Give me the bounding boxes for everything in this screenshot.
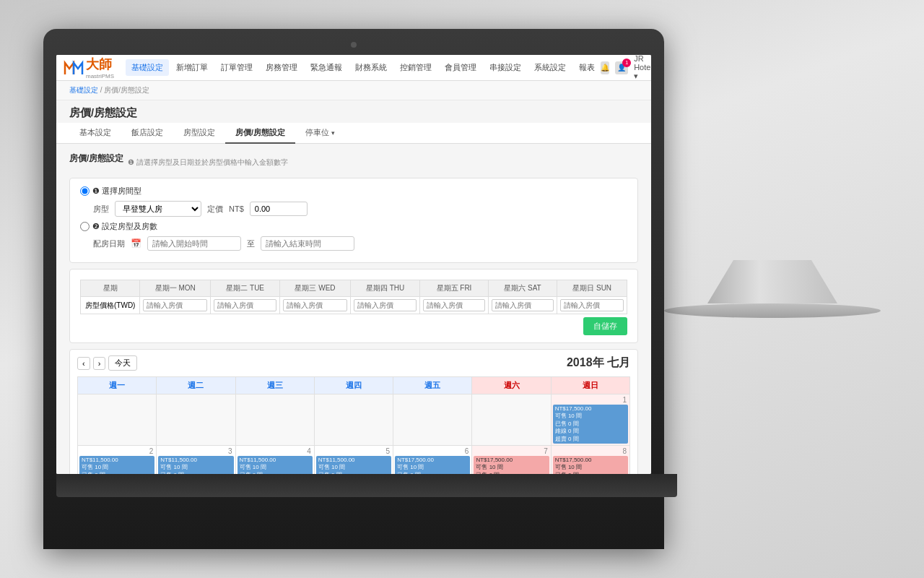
cal-cell-7[interactable]: 7 NT$17,500.00 可售 10 間 已售 0 間 維線 0 間 超賣 … xyxy=(472,445,551,474)
sub-tab-0[interactable]: 基本設定 xyxy=(69,123,121,144)
cal-entry-3: NT$11,500.00 可售 10 間 已售 0 間 維線 0 間 超賣 0 … xyxy=(158,456,233,474)
price-sun-cell xyxy=(557,297,627,314)
nav-right: 🔔 👤 1 JR Hotel ▾ camille ▾ xyxy=(601,55,651,81)
cal-cell-3[interactable]: 3 NT$11,500.00 可售 10 間 已售 0 間 維線 0 間 超賣 … xyxy=(157,445,235,474)
cal-cell-empty-3[interactable] xyxy=(314,394,393,446)
cal-cell-day1[interactable]: 1 NT$17,500.00 可售 10 間 已售 0 間 維線 0 間 超賣 … xyxy=(551,394,629,446)
weekday-6: 週日 xyxy=(551,377,629,394)
price-fri-cell xyxy=(420,297,488,314)
cal-cell-6[interactable]: 6 NT$17,500.00 可售 10 間 已售 0 間 維線 0 間 超賣 … xyxy=(393,445,472,474)
bell-icon[interactable]: 🔔 xyxy=(601,61,609,74)
nav-item-9[interactable]: 系統設定 xyxy=(528,59,572,76)
cal-cell-5[interactable]: 5 NT$11,500.00 可售 10 間 已售 0 間 維線 0 間 超賣 … xyxy=(314,445,393,474)
price-mon-cell xyxy=(140,297,211,314)
screen-content: 大師 mastriPMS 基礎設定 新增訂單 訂單管理 房務管理 緊急通報 財務… xyxy=(56,55,651,474)
cal-entry-4: NT$11,500.00 可售 10 間 已售 0 間 維線 0 間 超賣 0 … xyxy=(237,456,313,474)
nav-items: 基礎設定 新增訂單 訂單管理 房務管理 緊急通報 財務系統 控銷管理 會員管理 … xyxy=(126,59,601,76)
save-button[interactable]: 自儲存 xyxy=(583,317,627,335)
sub-tab-4[interactable]: 停車位 xyxy=(295,123,345,144)
weekday-5: 週六 xyxy=(472,377,551,394)
weekday-2: 週三 xyxy=(235,377,314,394)
cal-row-0: 1 NT$17,500.00 可售 10 間 已售 0 間 維線 0 間 超賣 … xyxy=(78,394,630,446)
radio1-label[interactable]: ❶ 選擇房間型 xyxy=(80,186,141,197)
cal-cell-empty-0[interactable] xyxy=(78,394,157,446)
breadcrumb-parent[interactable]: 基礎設定 xyxy=(69,86,98,94)
nav-item-3[interactable]: 房務管理 xyxy=(260,59,303,76)
monitor-screen: 大師 mastriPMS 基礎設定 新增訂單 訂單管理 房務管理 緊急通報 財務… xyxy=(56,55,651,474)
cal-cell-empty-4[interactable] xyxy=(393,394,472,446)
cal-nav: ‹ › 今天 xyxy=(77,355,137,371)
date-label: 配房日期 xyxy=(93,238,125,249)
price-thu-input[interactable] xyxy=(354,299,417,311)
price-sun-input[interactable] xyxy=(560,299,624,311)
cal-cell-8[interactable]: 8 NT$17,500.00 可售 10 間 已售 0 間 維線 0 間 超賣 … xyxy=(551,445,629,474)
cal-prev-button[interactable]: ‹ xyxy=(77,357,90,370)
nav-item-4[interactable]: 緊急通報 xyxy=(305,59,348,76)
cal-date-1: 1 xyxy=(553,396,628,404)
radio1-row: ❶ 選擇房間型 xyxy=(80,186,627,197)
hotel-selector[interactable]: JR Hotel ▾ xyxy=(634,55,651,81)
col-sat: 星期六 SAT xyxy=(488,280,557,297)
section-heading: 房價/房態設定 ❶ 請選擇房型及日期並於房型價格中輸入金額數字 xyxy=(69,152,638,172)
clearfix: 自儲存 xyxy=(80,314,627,335)
nav-item-7[interactable]: 會員管理 xyxy=(439,59,482,76)
cal-entry-2: NT$11,500.00 可售 10 間 已售 0 間 維線 0 間 超賣 0 … xyxy=(79,456,154,474)
date-start-input[interactable] xyxy=(147,236,241,251)
nav-item-10[interactable]: 報表 xyxy=(573,59,601,76)
date-end-input[interactable] xyxy=(261,236,354,251)
col-mon: 星期一 MON xyxy=(140,280,211,297)
cal-cell-2[interactable]: 2 NT$11,500.00 可售 10 間 已售 0 間 維線 0 間 超賣 … xyxy=(78,445,157,474)
nav-item-5[interactable]: 財務系統 xyxy=(349,59,393,76)
breadcrumb: 基礎設定 / 房價/房態設定 xyxy=(56,81,651,100)
radio2-label[interactable]: ❷ 設定房型及房數 xyxy=(80,221,157,232)
date-to-label: 至 xyxy=(247,238,255,249)
cal-today-button[interactable]: 今天 xyxy=(108,355,137,371)
nav-item-2[interactable]: 訂單管理 xyxy=(215,59,258,76)
cal-next-button[interactable]: › xyxy=(93,357,106,370)
room-type-row: 房型 早登雙人房 定價 NT$ xyxy=(93,201,627,217)
price-wed-input[interactable] xyxy=(283,299,347,311)
fixed-price-input[interactable] xyxy=(250,202,308,216)
page-title: 房價/房態設定 xyxy=(56,100,651,123)
sub-tab-3[interactable]: 房價/房態設定 xyxy=(225,123,295,144)
cal-cell-empty-5[interactable] xyxy=(472,394,551,446)
cal-cell-empty-2[interactable] xyxy=(235,394,314,446)
col-day: 星期 xyxy=(81,280,140,297)
room-type-select[interactable]: 早登雙人房 xyxy=(115,201,201,217)
notification-wrapper: 👤 1 xyxy=(615,61,628,74)
cal-month-title: 2018年 七月 xyxy=(567,355,630,371)
cal-entry-6: NT$17,500.00 可售 10 間 已售 0 間 維線 0 間 超賣 0 … xyxy=(395,456,470,474)
price-tue-input[interactable] xyxy=(214,299,276,311)
nav-item-0[interactable]: 基礎設定 xyxy=(126,59,169,76)
price-sat-cell xyxy=(488,297,557,314)
monitor-stand xyxy=(664,260,881,318)
cal-header: ‹ › 今天 2018年 七月 xyxy=(77,355,630,371)
weekday-1: 週二 xyxy=(157,377,235,394)
price-sat-input[interactable] xyxy=(492,299,554,311)
logo-text: 大師 xyxy=(86,56,114,73)
cal-entry-5: NT$11,500.00 可售 10 間 已售 0 間 維線 0 間 超賣 0 … xyxy=(316,456,391,474)
logo-sub: mastriPMS xyxy=(86,73,114,79)
sub-tab-1[interactable]: 飯店設定 xyxy=(121,123,173,144)
room-type-label: 房型 xyxy=(93,204,109,215)
nav-item-8[interactable]: 串接設定 xyxy=(484,59,527,76)
weekday-0: 週一 xyxy=(78,377,157,394)
top-nav: 大師 mastriPMS 基礎設定 新增訂單 訂單管理 房務管理 緊急通報 財務… xyxy=(56,55,651,81)
cal-cell-empty-1[interactable] xyxy=(157,394,235,446)
radio2-input[interactable] xyxy=(80,222,90,231)
price-mon-input[interactable] xyxy=(143,299,207,311)
price-fri-input[interactable] xyxy=(423,299,484,311)
calendar-section: ‹ › 今天 2018年 七月 週一 週二 週三 週四 xyxy=(69,349,638,474)
radio2-row: ❷ 設定房型及房數 xyxy=(80,221,627,232)
cal-row-1: 2 NT$11,500.00 可售 10 間 已售 0 間 維線 0 間 超賣 … xyxy=(78,445,630,474)
cal-cell-4[interactable]: 4 NT$11,500.00 可售 10 間 已售 0 間 維線 0 間 超賣 … xyxy=(235,445,314,474)
radio1-input[interactable] xyxy=(80,186,90,196)
price-wed-cell xyxy=(280,297,351,314)
price-tue-cell xyxy=(211,297,280,314)
sub-tab-2[interactable]: 房型設定 xyxy=(173,123,225,144)
nav-item-6[interactable]: 控銷管理 xyxy=(394,59,437,76)
monitor-bezel-bottom xyxy=(56,474,677,497)
col-thu: 星期四 THU xyxy=(350,280,419,297)
breadcrumb-current: 房價/房態設定 xyxy=(104,86,149,94)
nav-item-1[interactable]: 新增訂單 xyxy=(170,59,214,76)
